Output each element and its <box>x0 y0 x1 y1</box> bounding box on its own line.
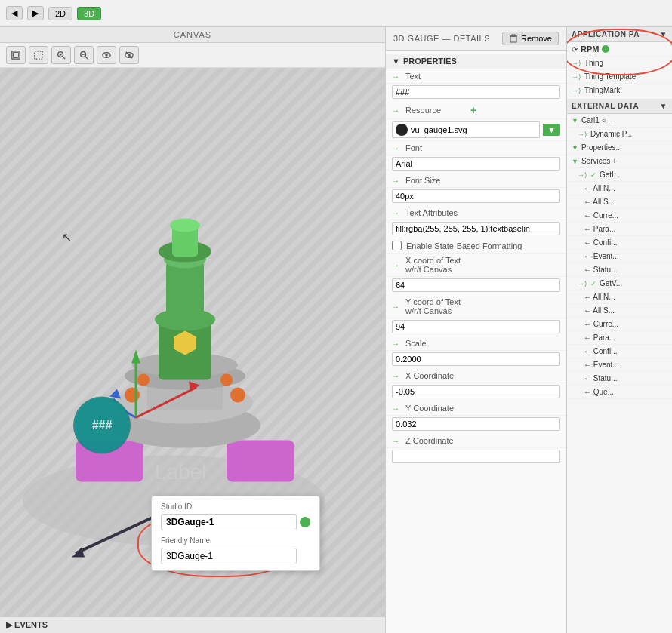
zoom-out-button[interactable] <box>74 46 94 64</box>
x-coordinate-input[interactable] <box>392 385 560 398</box>
font-label-row: → Font <box>386 141 566 155</box>
nav-back-button[interactable]: ◀ <box>6 6 23 20</box>
details-header: 3D GAUGE — DETAILS Remove <box>386 27 566 51</box>
z-coordinate-prop-arrow: → <box>392 437 399 445</box>
resource-add-button[interactable]: + <box>470 104 476 116</box>
text-input[interactable] <box>392 85 560 99</box>
app-panel-services[interactable]: ▼ Services + <box>567 155 672 168</box>
svg-rect-47 <box>512 35 515 36</box>
geti-all-n-label: ← All N... <box>584 184 615 192</box>
app-panel-geti-all-n[interactable]: ← All N... <box>567 182 672 195</box>
y-coord-input[interactable] <box>392 320 560 333</box>
app-panel-getv-confi[interactable]: ← Confi... <box>567 345 672 358</box>
scale-prop-label: Scale <box>405 339 466 348</box>
app-panel-getv[interactable]: →⟩ ✓ GetV... <box>567 277 672 290</box>
x-coord-prop-label: X coord of Text w/r/t Canvas <box>405 256 466 274</box>
thing-arrow: →⟩ <box>572 60 581 67</box>
getv-que-label: ← Que... <box>584 388 614 396</box>
select-tool-button[interactable] <box>29 46 48 64</box>
app-panel-scroll[interactable]: →⟩ Thing →⟩ Thing Template →⟩ ThingMark … <box>567 57 672 633</box>
properties-collapse: ▼ <box>572 144 578 152</box>
y-coordinate-input[interactable] <box>392 417 560 431</box>
app-panel-thing[interactable]: →⟩ Thing <box>567 57 672 70</box>
btn-3d[interactable]: 3D <box>77 7 101 20</box>
app-panel-thing-template[interactable]: →⟩ Thing Template <box>567 70 672 84</box>
app-panel-thingmark[interactable]: →⟩ ThingMark <box>567 84 672 97</box>
svg-line-4 <box>63 57 65 59</box>
app-panel-geti-confi[interactable]: ← Confi... <box>567 236 672 250</box>
y-coord-label-row: → Y coord of Text w/r/t Canvas <box>386 295 566 318</box>
eye-hide-icon <box>125 50 134 60</box>
geti-check: ✓ <box>590 171 596 179</box>
font-size-input-row <box>386 188 566 206</box>
app-panel-geti[interactable]: →⟩ ✓ GetI... <box>567 168 672 182</box>
app-panel-geti-curr[interactable]: ← Curre... <box>567 209 672 223</box>
geti-curr-label: ← Curre... <box>584 211 618 220</box>
app-panel-geti-para[interactable]: ← Para... <box>567 223 672 236</box>
app-panel-getv-que[interactable]: ← Que... <box>567 386 672 399</box>
app-panel-geti-status[interactable]: ← Statu... <box>567 263 672 277</box>
remove-button[interactable]: Remove <box>502 32 559 45</box>
geti-label: GetI... <box>600 171 620 179</box>
y-coordinate-prop-label: Y Coordinate <box>405 404 466 413</box>
nav-fwd-button[interactable]: ▶ <box>27 6 44 20</box>
geti-event-label: ← Event... <box>584 252 619 260</box>
canvas-viewport[interactable]: ### ↖ Label Studio ID Friendly Name <box>0 68 385 616</box>
svg-marker-36 <box>131 350 140 364</box>
z-coordinate-input-row <box>386 448 566 466</box>
resource-prop-arrow: → <box>392 106 399 115</box>
app-panel-carl1[interactable]: ▼ Carl1 ○ — <box>567 114 672 128</box>
frame-tool-button[interactable] <box>6 46 26 64</box>
app-panel-getv-all-n[interactable]: ← All N... <box>567 290 672 304</box>
app-panel-geti-event[interactable]: ← Event... <box>567 250 672 263</box>
trash-icon <box>509 34 518 43</box>
app-panel-getv-curr[interactable]: ← Curre... <box>567 318 672 331</box>
x-coordinate-input-row <box>386 383 566 401</box>
x-coord-input[interactable] <box>392 278 560 292</box>
text-attr-input[interactable] <box>392 222 560 235</box>
resource-dropdown-button[interactable]: ▼ <box>543 124 560 136</box>
app-panel-getv-event[interactable]: ← Event... <box>567 358 672 372</box>
main-layout: CANVAS <box>0 27 672 633</box>
y-coordinate-input-row <box>386 416 566 434</box>
app-panel-getv-para[interactable]: ← Para... <box>567 331 672 345</box>
font-input[interactable] <box>392 157 560 171</box>
thingmark-label: ThingMark <box>584 86 620 94</box>
zoom-in-icon <box>57 50 66 60</box>
properties-section-header[interactable]: ▼ PROPERTIES <box>386 54 566 69</box>
friendly-name-input[interactable] <box>161 548 297 564</box>
geti-all-s-label: ← All S... <box>584 198 615 206</box>
services-label: Services + <box>581 157 617 165</box>
enable-state-checkbox[interactable] <box>392 241 402 250</box>
getv-arrow: →⟩ <box>578 280 587 287</box>
svg-rect-1 <box>14 53 19 58</box>
studio-id-input[interactable] <box>161 514 297 530</box>
svg-rect-45 <box>510 36 516 42</box>
studio-id-popup: Studio ID Friendly Name <box>151 496 320 571</box>
app-panel-getv-all-s[interactable]: ← All S... <box>567 304 672 318</box>
text-attr-input-row <box>386 220 566 238</box>
font-size-prop-arrow: → <box>392 177 399 185</box>
events-section-header[interactable]: ▶ EVENTS <box>0 616 385 633</box>
x-coordinate-prop-label: X Coordinate <box>405 371 466 380</box>
z-coordinate-input[interactable] <box>392 450 560 463</box>
scale-input[interactable] <box>392 352 560 366</box>
eye-hide-button[interactable] <box>119 46 139 64</box>
resource-value: vu_gauge1.svg <box>411 125 467 134</box>
app-panel-dynamic[interactable]: →⟩ Dynamic P... <box>567 128 672 141</box>
svg-marker-39 <box>109 389 121 399</box>
properties-label-right: Properties... <box>581 143 622 152</box>
btn-2d[interactable]: 2D <box>48 7 72 20</box>
x-coord-input-row <box>386 277 566 295</box>
rpm-item[interactable]: ⟳ RPM <box>567 42 672 57</box>
app-panel-properties[interactable]: ▼ Properties... <box>567 141 672 155</box>
eye-show-button[interactable] <box>97 46 116 64</box>
getv-check: ✓ <box>590 280 596 287</box>
app-panel-geti-all-s[interactable]: ← All S... <box>567 195 672 209</box>
zoom-in-button[interactable] <box>51 46 71 64</box>
z-coordinate-prop-label: Z Coordinate <box>405 436 466 445</box>
studio-id-green-dot <box>300 517 310 527</box>
canvas-toolbar <box>0 43 385 68</box>
font-size-input[interactable] <box>392 189 560 203</box>
app-panel-getv-status[interactable]: ← Statu... <box>567 372 672 386</box>
